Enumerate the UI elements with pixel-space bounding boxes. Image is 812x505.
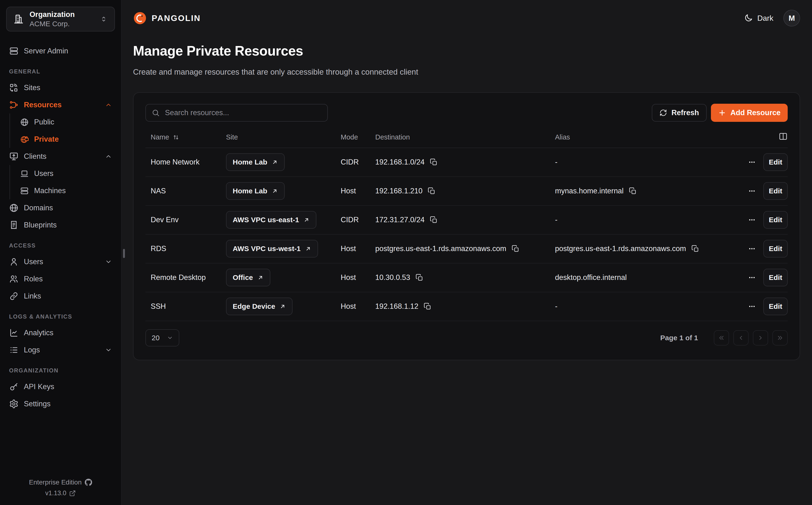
row-more-button[interactable] bbox=[748, 158, 756, 166]
site-link-button[interactable]: AWS VPC us-west-1 bbox=[226, 240, 318, 258]
chevron-down-icon bbox=[105, 258, 112, 266]
brand[interactable]: PANGOLIN bbox=[133, 11, 201, 25]
section-general: GENERAL bbox=[6, 59, 115, 79]
sidebar-item-private[interactable]: Private bbox=[17, 131, 115, 148]
last-page-button[interactable] bbox=[772, 330, 788, 345]
resource-name: Remote Desktop bbox=[146, 273, 226, 282]
row-more-button[interactable] bbox=[748, 302, 756, 311]
sidebar-item-links[interactable]: Links bbox=[6, 288, 115, 305]
site-link-button[interactable]: Edge Device bbox=[226, 298, 292, 315]
sidebar-item-settings[interactable]: Settings bbox=[6, 395, 115, 412]
server-icon bbox=[9, 46, 19, 56]
sidebar-item-domains[interactable]: Domains bbox=[6, 199, 115, 216]
sidebar-item-label: Analytics bbox=[24, 329, 53, 337]
site-link-button[interactable]: Office bbox=[226, 269, 270, 286]
edit-button[interactable]: Edit bbox=[763, 211, 788, 229]
copy-icon bbox=[629, 187, 637, 195]
plus-icon bbox=[718, 109, 726, 117]
org-selector[interactable]: Organization ACME Corp. bbox=[6, 7, 115, 31]
previous-page-button[interactable] bbox=[733, 330, 749, 345]
theme-toggle[interactable]: Dark bbox=[744, 14, 773, 23]
sidebar-item-public[interactable]: Public bbox=[17, 114, 115, 131]
sidebar-item-users[interactable]: Users bbox=[6, 253, 115, 271]
ellipsis-icon bbox=[748, 302, 756, 311]
resource-mode: Host bbox=[341, 302, 375, 311]
row-more-button[interactable] bbox=[748, 244, 756, 253]
add-resource-button[interactable]: Add Resource bbox=[711, 104, 788, 122]
pager bbox=[714, 330, 788, 345]
users-icon bbox=[9, 274, 19, 284]
sidebar-item-machines[interactable]: Machines bbox=[17, 182, 115, 199]
resource-name: Home Network bbox=[146, 158, 226, 166]
site-link-button[interactable]: Home Lab bbox=[226, 153, 285, 171]
chart-line-icon bbox=[9, 328, 19, 338]
sidebar-item-client-users[interactable]: Users bbox=[17, 165, 115, 182]
chevron-right-icon bbox=[757, 335, 764, 341]
edit-button[interactable]: Edit bbox=[763, 269, 788, 286]
edition-label: Enterprise Edition bbox=[29, 479, 81, 486]
row-more-button[interactable] bbox=[748, 273, 756, 282]
avatar-initial: M bbox=[789, 14, 795, 23]
copy-alias-button[interactable] bbox=[629, 187, 637, 195]
sidebar-item-analytics[interactable]: Analytics bbox=[6, 324, 115, 341]
resource-destination: 10.30.0.53 bbox=[375, 273, 410, 282]
resource-mode: CIDR bbox=[341, 158, 375, 166]
sidebar-item-resources[interactable]: Resources bbox=[6, 96, 115, 114]
first-page-button[interactable] bbox=[714, 330, 729, 345]
sidebar-item-label: Users bbox=[34, 169, 53, 178]
resource-alias: mynas.home.internal bbox=[555, 187, 624, 195]
copy-destination-button[interactable] bbox=[430, 216, 438, 224]
site-link-button[interactable]: AWS VPC us-east-1 bbox=[226, 211, 317, 229]
copy-destination-button[interactable] bbox=[424, 303, 431, 310]
resource-mode: CIDR bbox=[341, 215, 375, 224]
table-row: SSH Edge Device Host 192.168.1.12 - Edit bbox=[146, 292, 788, 321]
sort-icon bbox=[172, 134, 180, 141]
table-footer: 20 Page 1 of 1 bbox=[146, 329, 788, 360]
edition-line[interactable]: Enterprise Edition bbox=[0, 479, 121, 486]
resource-alias: - bbox=[555, 158, 557, 166]
page-subtitle: Create and manage resources that are onl… bbox=[133, 67, 800, 76]
copy-destination-button[interactable] bbox=[428, 187, 436, 195]
copy-icon bbox=[512, 245, 520, 253]
copy-icon bbox=[430, 158, 438, 166]
arrow-up-right-icon bbox=[271, 188, 278, 194]
avatar[interactable]: M bbox=[783, 10, 800, 26]
next-page-button[interactable] bbox=[753, 330, 768, 345]
pangolin-logo-icon bbox=[133, 11, 147, 25]
copy-destination-button[interactable] bbox=[416, 274, 423, 282]
version-line[interactable]: v1.13.0 bbox=[0, 490, 121, 497]
search-input[interactable] bbox=[165, 108, 322, 117]
resource-destination: 192.168.1.12 bbox=[375, 302, 418, 311]
row-more-button[interactable] bbox=[748, 187, 756, 195]
edit-button[interactable]: Edit bbox=[763, 240, 788, 258]
sidebar-item-logs[interactable]: Logs bbox=[6, 341, 115, 359]
sidebar-item-server-admin[interactable]: Server Admin bbox=[6, 42, 115, 59]
site-link-button[interactable]: Home Lab bbox=[226, 182, 285, 200]
resource-destination: 172.31.27.0/24 bbox=[375, 215, 425, 224]
edit-button[interactable]: Edit bbox=[763, 298, 788, 315]
chevron-left-icon bbox=[738, 335, 744, 341]
copy-destination-button[interactable] bbox=[430, 158, 438, 166]
page-size-select[interactable]: 20 bbox=[146, 329, 179, 346]
refresh-button[interactable]: Refresh bbox=[652, 104, 706, 122]
edit-button[interactable]: Edit bbox=[763, 153, 788, 171]
arrow-up-right-icon bbox=[279, 303, 286, 310]
page-title: Manage Private Resources bbox=[133, 43, 800, 58]
copy-destination-button[interactable] bbox=[512, 245, 520, 253]
globe-icon bbox=[9, 203, 19, 213]
arrow-up-right-icon bbox=[257, 275, 264, 281]
sidebar-item-clients[interactable]: Clients bbox=[6, 148, 115, 165]
sidebar-item-roles[interactable]: Roles bbox=[6, 271, 115, 288]
topbar: PANGOLIN Dark M bbox=[133, 0, 800, 36]
sidebar-item-api-keys[interactable]: API Keys bbox=[6, 378, 115, 395]
edit-button[interactable]: Edit bbox=[763, 182, 788, 200]
chevrons-right-icon bbox=[777, 335, 783, 341]
column-header-name[interactable]: Name bbox=[146, 133, 226, 141]
sidebar-item-label: Private bbox=[34, 135, 59, 144]
sidebar-item-sites[interactable]: Sites bbox=[6, 79, 115, 96]
row-more-button[interactable] bbox=[748, 215, 756, 224]
column-toggle[interactable] bbox=[779, 132, 788, 143]
sidebar-item-blueprints[interactable]: Blueprints bbox=[6, 216, 115, 234]
sidebar-item-label: Resources bbox=[24, 101, 62, 109]
copy-alias-button[interactable] bbox=[691, 245, 699, 253]
